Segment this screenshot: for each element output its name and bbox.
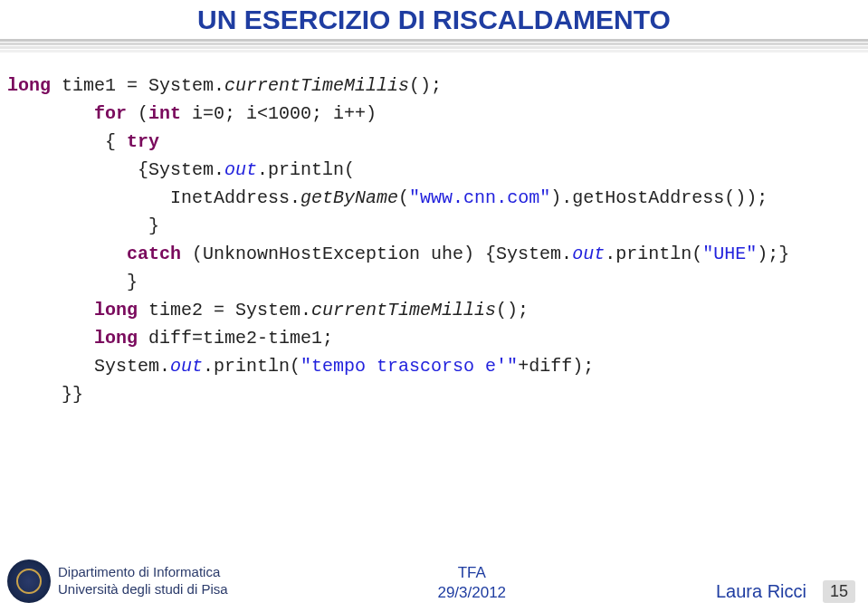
- footer-author: Laura Ricci: [716, 581, 806, 602]
- string-literal: "tempo trascorso e'": [300, 356, 518, 377]
- code-text: +diff);: [518, 356, 594, 377]
- code-italic: currentTimeMillis: [224, 75, 409, 96]
- code-block: long time1 = System.currentTimeMillis();…: [0, 55, 868, 408]
- slide-title: UN ESERCIZIO DI RISCALDAMENTO: [197, 5, 671, 35]
- code-text: (UnknownHostException uhe) {System.: [181, 244, 572, 264]
- code-text: (: [398, 187, 409, 208]
- slide-footer: Dipartimento di Informatica Università d…: [0, 559, 868, 603]
- code-text: {System.: [7, 159, 224, 180]
- code-text: (: [127, 103, 148, 124]
- code-italic: out: [224, 159, 257, 180]
- code-text: ).getHostAddress());: [550, 187, 768, 208]
- code-italic: currentTimeMillis: [311, 300, 496, 320]
- code-text: i=0; i<1000; i++): [181, 103, 377, 124]
- code-text: ();: [496, 300, 529, 320]
- code-text: time1 = System.: [51, 75, 224, 96]
- university-logo-icon: [7, 559, 51, 603]
- code-text: .println(: [203, 356, 300, 377]
- code-text: }}: [7, 384, 83, 405]
- code-text: {: [7, 131, 127, 152]
- code-text: [7, 328, 94, 349]
- keyword: long: [94, 300, 138, 320]
- code-italic: out: [170, 356, 203, 377]
- footer-course: TFA: [437, 563, 506, 583]
- code-text: [7, 300, 94, 320]
- keyword: catch: [127, 244, 181, 264]
- keyword: long: [94, 328, 138, 349]
- code-text: System.: [7, 356, 170, 377]
- keyword: for: [94, 103, 127, 124]
- code-text: diff=time2-time1;: [138, 328, 333, 349]
- page-number: 15: [823, 580, 855, 603]
- keyword: long: [7, 75, 51, 96]
- code-text: .println(: [257, 159, 355, 180]
- dept-line2: Università degli studi di Pisa: [58, 581, 228, 598]
- footer-date: 29/3/2012: [437, 583, 506, 603]
- code-text: .println(: [605, 244, 702, 264]
- code-text: [7, 103, 94, 124]
- code-text: time2 = System.: [138, 300, 311, 320]
- dept-line1: Dipartimento di Informatica: [58, 564, 228, 581]
- code-text: }: [7, 272, 138, 292]
- code-text: }: [7, 215, 159, 236]
- code-text: InetAddress.: [7, 187, 300, 208]
- title-divider: [0, 39, 868, 55]
- code-text: );}: [757, 244, 789, 264]
- code-italic: out: [572, 244, 605, 264]
- code-text: ();: [409, 75, 442, 96]
- string-literal: "UHE": [702, 244, 757, 264]
- keyword: try: [127, 131, 159, 152]
- code-text: [7, 244, 127, 264]
- code-italic: getByName: [300, 187, 398, 208]
- keyword: int: [148, 103, 181, 124]
- string-literal: "www.cnn.com": [409, 187, 550, 208]
